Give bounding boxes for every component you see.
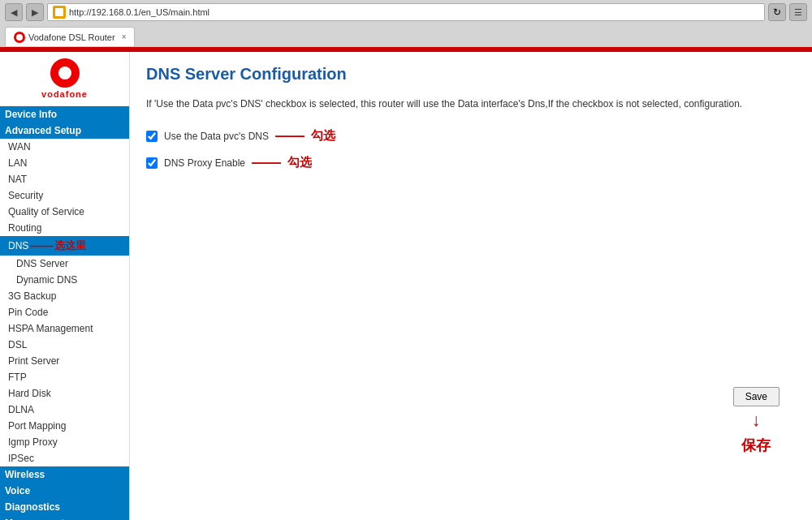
sidebar-item-hspa[interactable]: HSPA Management xyxy=(0,320,129,337)
sidebar-item-wireless[interactable]: Wireless xyxy=(0,466,129,483)
use-data-pvc-dns-checkbox[interactable] xyxy=(146,131,158,142)
description-text: If 'Use the Data pvc's DNS' checkbox is … xyxy=(146,97,747,111)
sidebar-item-wan[interactable]: WAN xyxy=(0,139,129,155)
browser-toolbar: ◀ ▶ http://192.168.0.1/en_US/main.html ↻… xyxy=(0,0,812,24)
sidebar-item-port-mapping[interactable]: Port Mapping xyxy=(0,418,129,434)
refresh-button[interactable]: ↻ xyxy=(768,3,786,21)
vodafone-inner-icon xyxy=(56,64,74,82)
sidebar-item-dlna[interactable]: DLNA xyxy=(0,402,129,418)
browser-chrome: ◀ ▶ http://192.168.0.1/en_US/main.html ↻… xyxy=(0,0,812,47)
checkbox1-row: Use the Data pvc's DNS —— 勾选 xyxy=(146,127,796,144)
sidebar-item-dns-server[interactable]: DNS Server xyxy=(0,256,129,272)
vodafone-logo: vodafone xyxy=(41,58,88,99)
annotation2-text: 勾选 xyxy=(287,155,312,170)
logo-area: vodafone xyxy=(0,52,129,106)
arrow2-icon: —— xyxy=(252,154,281,171)
tab-close-button[interactable]: × xyxy=(122,32,127,41)
arrow1-icon: —— xyxy=(275,127,304,144)
checkbox1-label: Use the Data pvc's DNS xyxy=(164,131,269,142)
tab-bar: Vodafone DSL Router × xyxy=(0,24,812,46)
active-tab[interactable]: Vodafone DSL Router × xyxy=(5,27,135,46)
sidebar-item-device-info[interactable]: Device Info xyxy=(0,106,129,122)
dns-arrow-icon: —— xyxy=(30,239,53,252)
sidebar-item-routing[interactable]: Routing xyxy=(0,220,129,236)
vodafone-circle-icon xyxy=(50,58,80,88)
sidebar-item-dynamic-dns[interactable]: Dynamic DNS xyxy=(0,272,129,288)
sidebar-item-security[interactable]: Security xyxy=(0,187,129,204)
main-layout: vodafone Device Info Advanced Setup WAN … xyxy=(0,52,812,520)
page-title: DNS Server Configuration xyxy=(146,65,796,84)
sidebar-item-hard-disk[interactable]: Hard Disk xyxy=(0,385,129,402)
sidebar-item-pin-code[interactable]: Pin Code xyxy=(0,304,129,320)
vodafone-text: vodafone xyxy=(41,89,88,99)
sidebar-item-ftp[interactable]: FTP xyxy=(0,369,129,385)
sidebar-item-3g-backup[interactable]: 3G Backup xyxy=(0,288,129,304)
address-text: http://192.168.0.1/en_US/main.html xyxy=(69,7,209,17)
content-area: DNS Server Configuration If 'Use the Dat… xyxy=(130,52,812,520)
sidebar-item-management[interactable]: Management xyxy=(0,515,129,520)
sidebar-item-dsl[interactable]: DSL xyxy=(0,337,129,353)
sidebar-item-dns[interactable]: DNS —— 选这里 xyxy=(0,236,129,256)
sidebar-item-qos[interactable]: Quality of Service xyxy=(0,204,129,220)
sidebar-item-advanced-setup[interactable]: Advanced Setup xyxy=(0,122,129,139)
save-button[interactable]: Save xyxy=(733,387,780,406)
annotation1-text: 勾选 xyxy=(311,128,335,144)
save-area: Save ↓ 保存 xyxy=(733,387,780,455)
sidebar-item-ipsec[interactable]: IPSec xyxy=(0,450,129,466)
sidebar-item-nat[interactable]: NAT xyxy=(0,171,129,187)
sidebar: vodafone Device Info Advanced Setup WAN … xyxy=(0,52,130,520)
sidebar-item-lan[interactable]: LAN xyxy=(0,155,129,171)
dns-annotation-text: 选这里 xyxy=(54,239,86,253)
sidebar-item-igmp-proxy[interactable]: Igmp Proxy xyxy=(0,434,129,450)
dns-proxy-enable-checkbox[interactable] xyxy=(146,157,158,169)
address-icon xyxy=(53,6,66,19)
save-annotation-text: 保存 xyxy=(733,436,780,455)
forward-button[interactable]: ▶ xyxy=(26,3,44,21)
sidebar-item-print-server[interactable]: Print Server xyxy=(0,353,129,369)
checkbox2-row: DNS Proxy Enable —— 勾选 xyxy=(146,154,796,171)
tab-title: Vodafone DSL Router xyxy=(28,32,115,42)
back-button[interactable]: ◀ xyxy=(5,3,23,21)
menu-button[interactable]: ☰ xyxy=(789,3,807,21)
save-arrow-icon: ↓ xyxy=(752,410,761,431)
checkbox2-label: DNS Proxy Enable xyxy=(164,157,245,169)
address-bar[interactable]: http://192.168.0.1/en_US/main.html xyxy=(47,3,765,21)
tab-icon xyxy=(14,32,25,43)
sidebar-item-voice[interactable]: Voice xyxy=(0,483,129,499)
sidebar-item-diagnostics[interactable]: Diagnostics xyxy=(0,499,129,515)
